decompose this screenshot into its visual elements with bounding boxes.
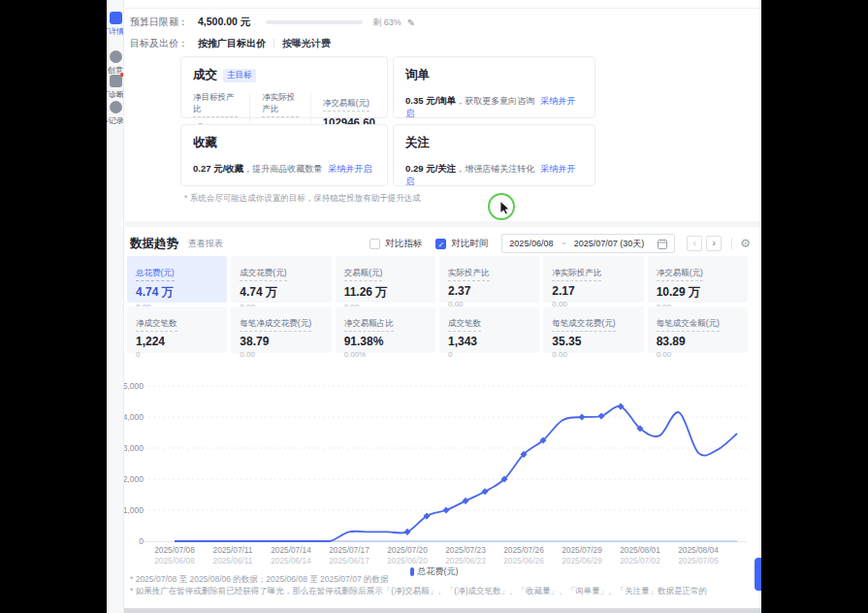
left-nav-sidebar: 推广详情创意推广诊断操作记录 — [107, 0, 124, 613]
metric-compare-value: 0.00% — [344, 350, 427, 359]
goal-card-inquiry[interactable]: 询单 0.35 元/询单，获取更多意向咨询采纳并开启 — [393, 56, 595, 118]
svg-text:2025/08/01: 2025/08/01 — [620, 545, 660, 555]
metric-label: 总花费(元) — [136, 268, 175, 281]
metric-label: 净成交笔数 — [136, 318, 177, 332]
svg-text:2025/07/23: 2025/07/23 — [445, 545, 486, 555]
prev-period-button[interactable]: ‹ — [687, 236, 702, 251]
svg-text:2025/06/08: 2025/06/08 — [154, 556, 195, 565]
next-period-button[interactable]: › — [706, 236, 722, 251]
sidebar-item-history[interactable]: 操作记录 — [107, 101, 124, 126]
svg-text:5,000: 5,000 — [123, 381, 145, 391]
metric-card[interactable]: 净交易额(元)10.29 万0.00 — [648, 256, 748, 303]
header-divider — [731, 238, 732, 249]
mouse-cursor-icon — [499, 201, 511, 215]
metric-value: 4.74 万 — [136, 284, 218, 301]
compare-time-label[interactable]: 对比时间 — [451, 238, 488, 250]
metric-value: 91.38% — [344, 335, 427, 348]
metric-card[interactable]: 实际投产比2.370.00 — [439, 256, 539, 303]
svg-text:4,000: 4,000 — [123, 412, 145, 422]
goal-card-favorite[interactable]: 收藏 0.27 元/收藏，提升商品收藏数量采纳并开启 — [180, 124, 388, 186]
date-range-picker[interactable]: 2025/06/08 ~ 2025/07/07 (30天) — [501, 234, 675, 253]
metric-card[interactable]: 每笔净成交花费(元)38.790.00 — [231, 306, 331, 353]
svg-text:0: 0 — [139, 536, 144, 546]
date-range-start[interactable]: 2025/06/08 — [509, 239, 553, 248]
metric-label: 实际投产比 — [448, 268, 490, 281]
compare-time-checkbox[interactable]: ✓ — [435, 239, 446, 249]
svg-text:2025/06/26: 2025/06/26 — [503, 556, 544, 565]
trend-header: 数据趋势 查看报表 对比指标 ✓ 对比时间 2025/06/08 ~ 2025/… — [130, 233, 751, 254]
metric-value: 2.17 — [552, 284, 634, 298]
svg-text:2025/06/17: 2025/06/17 — [329, 556, 370, 565]
compare-metric-label[interactable]: 对比指标 — [385, 238, 422, 250]
metric-compare-value: 0.00 — [552, 350, 634, 359]
campaign-detail-icon — [110, 12, 122, 24]
metric-value: 1,343 — [448, 335, 530, 348]
notification-dot — [120, 73, 124, 77]
side-feedback-tab[interactable] — [755, 558, 761, 591]
svg-text:2025/07/11: 2025/07/11 — [213, 545, 253, 555]
svg-text:2025/07/05: 2025/07/05 — [678, 556, 719, 565]
metric-card[interactable]: 交易额(元)11.26 万0.00 — [336, 256, 435, 303]
metric-card[interactable]: 每笔成交金额(元)83.890.00 — [648, 306, 748, 353]
metric-card[interactable]: 净实际投产比2.170.00 — [543, 256, 643, 303]
metric-label: 成交笔数 — [448, 318, 481, 332]
svg-text:2025/06/20: 2025/06/20 — [387, 556, 428, 565]
goal-bid-label: 目标及出价： — [130, 37, 188, 50]
calendar-icon — [658, 239, 667, 249]
metric-value: 11.26 万 — [344, 284, 427, 301]
metric-value: 83.89 — [657, 335, 739, 348]
metric-card[interactable]: 成交花费(元)4.74 万0.00 — [231, 256, 331, 303]
metric-compare-value: 0 — [136, 350, 218, 359]
metric-label: 净交易额(元) — [657, 268, 703, 281]
campaign-dashboard-window: 推广详情创意推广诊断操作记录 预算日限额： 4,500.00 元 剩 63% ✎… — [107, 0, 761, 613]
sidebar-item-diagnose[interactable]: 推广诊断 — [107, 75, 124, 100]
deal-card-title: 成交 — [193, 67, 217, 83]
budget-progress-bar — [266, 20, 363, 24]
date-range-end[interactable]: 2025/07/07 (30天) — [574, 238, 645, 250]
settings-gear-icon[interactable]: ⚙ — [740, 237, 751, 250]
svg-text:2025/06/11: 2025/06/11 — [213, 556, 253, 565]
compare-metric-checkbox[interactable] — [370, 239, 380, 249]
edit-budget-icon[interactable]: ✎ — [407, 17, 415, 28]
svg-text:2025/07/08: 2025/07/08 — [154, 545, 195, 555]
goal-card-deal[interactable]: 成交 主目标 净目标投产比i 2.45 ✎ 净实际投产比 2.17 净交易额(元… — [180, 56, 388, 118]
section-divider — [125, 221, 761, 227]
total-spend-line-chart[interactable]: 01,0002,0003,0004,0005,0002025/07/082025… — [107, 369, 761, 567]
svg-text:2025/06/14: 2025/06/14 — [271, 556, 311, 565]
svg-text:2025/07/17: 2025/07/17 — [329, 545, 370, 555]
metric-label: 净实际投产比 — [552, 268, 601, 281]
svg-text:2025/06/29: 2025/06/29 — [562, 556, 602, 565]
metric-label: 交易额(元) — [344, 268, 383, 281]
diagnose-icon — [110, 75, 122, 87]
metric-card[interactable]: 每笔成交花费(元)35.350.00 — [543, 306, 643, 353]
metric-card[interactable]: 净成交笔数1,2240 — [127, 306, 227, 353]
history-icon — [110, 101, 122, 113]
adopt-enable-link-favorite[interactable]: 采纳并开启 — [328, 164, 371, 174]
svg-text:2025/07/29: 2025/07/29 — [562, 545, 602, 555]
sidebar-item-label: 推广详情 — [107, 26, 124, 37]
metric-card[interactable]: 总花费(元)4.74 万0.00 — [127, 256, 227, 303]
svg-text:3,000: 3,000 — [123, 443, 145, 453]
chart-footnote-periods: * 2025/07/08 至 2025/08/06 的数据；2025/06/08… — [130, 574, 389, 586]
goal-card-follow[interactable]: 关注 0.29 元/关注，增强店铺关注转化采纳并开启 — [393, 124, 595, 186]
window-bottom-edge — [107, 608, 761, 613]
metric-card[interactable]: 成交笔数1,3430 — [439, 306, 539, 353]
svg-text:2025/07/02: 2025/07/02 — [620, 556, 660, 565]
metric-value: 35.35 — [552, 335, 634, 348]
svg-text:2,000: 2,000 — [123, 474, 145, 484]
sidebar-item-label: 推广诊断 — [107, 89, 124, 100]
chart-footnote-disclaimer: * 如果推广在暂停或删除前已经获得了曝光，那么在暂停或删除后展示「(净)交易额」… — [130, 586, 707, 597]
view-report-link[interactable]: 查看报表 — [188, 238, 223, 250]
metric-value: 1,224 — [136, 335, 218, 348]
tab-bid-by-goal[interactable]: 按推广目标出价 — [198, 37, 266, 50]
tab-bid-by-impression[interactable]: 按曝光计费 — [282, 37, 331, 50]
daily-budget-value: 4,500.00 元 — [198, 16, 250, 29]
metric-compare-value: 0.00 — [240, 350, 322, 359]
sidebar-item-campaign-detail[interactable]: 推广详情 — [107, 12, 124, 37]
top-divider — [125, 8, 761, 9]
metric-card[interactable]: 净交易额占比91.38%0.00% — [336, 306, 435, 353]
daily-budget-row: 预算日限额： 4,500.00 元 剩 63% ✎ — [130, 15, 751, 30]
metric-compare-value: 0.00 — [657, 350, 739, 359]
metric-value: 38.79 — [240, 335, 322, 348]
svg-text:2025/08/04: 2025/08/04 — [678, 545, 719, 555]
